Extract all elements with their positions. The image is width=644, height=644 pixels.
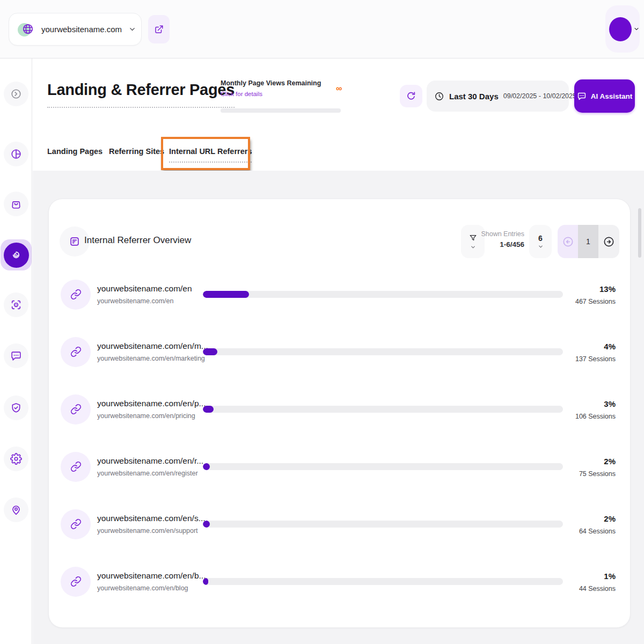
list-item[interactable]: yourwebsitename.com/en/m...yourwebsitena… <box>49 323 630 380</box>
referrer-title: yourwebsitename.com/en/s... <box>97 514 206 523</box>
usage-bar <box>203 578 563 585</box>
sidebar-item-feedback[interactable] <box>4 343 28 368</box>
sessions-value: 106 Sessions <box>575 412 616 420</box>
usage-bar <box>203 463 563 470</box>
external-link-icon <box>154 25 164 34</box>
clock-icon <box>434 91 444 101</box>
percent-value: 3% <box>575 399 616 408</box>
arrow-left-circle-icon <box>562 236 574 248</box>
page-header: Landing & Referrer Pages Monthly Page Vi… <box>33 58 644 171</box>
tab-internal-url-referrers[interactable]: Internal URL Referrers <box>169 147 252 163</box>
percent-value: 2% <box>579 456 616 465</box>
page-size-value: 6 <box>538 234 543 243</box>
sidebar-item-pages-active[interactable] <box>1 239 32 270</box>
user-menu[interactable] <box>605 5 640 53</box>
content-area: Internal Referrer Overview Shown Entries… <box>33 171 644 644</box>
ai-chat-icon <box>577 91 587 101</box>
sidebar-item-settings[interactable] <box>4 447 28 471</box>
usage-bar-fill <box>203 406 214 413</box>
referrer-url: yourwebsitename.com/en/blog <box>97 584 206 592</box>
avatar <box>609 17 632 41</box>
quota-progress-bar <box>221 108 341 113</box>
quota-infinity-value: ∞ <box>336 84 342 93</box>
pie-chart-icon <box>10 148 22 160</box>
current-page-indicator: 1 <box>578 225 598 258</box>
link-icon <box>61 394 91 425</box>
sidebar-item-locations[interactable] <box>4 497 28 522</box>
shown-entries-value: 1-6/456 <box>478 240 524 248</box>
list-item[interactable]: yourwebsitename.com/en/r...yourwebsitena… <box>49 438 630 495</box>
usage-bar-fill <box>203 578 208 585</box>
percent-value: 4% <box>575 341 616 350</box>
usage-bar <box>203 406 563 413</box>
site-selector[interactable]: yourwebsitename.com <box>9 13 142 46</box>
sidebar-expand-button[interactable] <box>4 82 28 106</box>
sessions-value: 467 Sessions <box>575 297 616 305</box>
chevron-down-icon <box>128 25 136 33</box>
referrer-url: yourwebsitename.com/en/register <box>97 470 203 477</box>
tab-referring-sites[interactable]: Referring Sites <box>109 147 164 156</box>
sessions-value: 75 Sessions <box>579 470 616 477</box>
refresh-icon <box>406 91 416 101</box>
funnel-icon <box>469 233 478 243</box>
referrer-title: yourwebsitename.com/en/p... <box>97 399 206 408</box>
referrer-list: yourwebsitename.com/enyourwebsitename.co… <box>49 266 630 610</box>
sessions-disc-icon <box>4 243 29 268</box>
list-item[interactable]: yourwebsitename.com/enyourwebsitename.co… <box>49 266 630 323</box>
list-item[interactable]: yourwebsitename.com/en/b...yourwebsitena… <box>49 553 630 610</box>
usage-bar <box>203 521 563 528</box>
arrow-right-circle-icon <box>603 236 615 248</box>
referrer-title: yourwebsitename.com/en/b... <box>97 571 206 581</box>
open-site-button[interactable] <box>148 15 170 43</box>
sidebar-item-ecommerce[interactable] <box>4 192 28 216</box>
referrer-title: yourwebsitename.com/en/r... <box>97 456 203 466</box>
refresh-button[interactable] <box>400 85 422 107</box>
page-size-select[interactable]: 6 <box>529 225 552 258</box>
scrollbar-thumb[interactable] <box>638 208 641 258</box>
sessions-value: 64 Sessions <box>579 527 616 535</box>
page-title: Landing & Referrer Pages <box>47 81 235 108</box>
sidebar-item-visitors[interactable] <box>4 292 28 317</box>
top-bar: yourwebsitename.com <box>0 0 644 58</box>
tab-landing-pages[interactable]: Landing Pages <box>47 147 103 156</box>
chevron-down-icon <box>633 26 640 32</box>
sidebar-item-dashboard[interactable] <box>4 142 28 166</box>
referrer-url: yourwebsitename.com/en <box>97 297 192 305</box>
pagination: 1 <box>558 225 619 258</box>
list-item[interactable]: yourwebsitename.com/en/s...yourwebsitena… <box>49 495 630 553</box>
usage-bar-fill <box>203 291 249 298</box>
link-icon <box>61 280 91 310</box>
quota-label: Monthly Page Views Remaining <box>221 79 349 87</box>
chevron-down-icon <box>470 244 476 250</box>
link-icon <box>61 509 91 539</box>
date-range-picker[interactable]: Last 30 Days 09/02/2025 - 10/02/2025 <box>427 80 569 112</box>
scan-target-icon <box>10 299 22 311</box>
referrer-url: yourwebsitename.com/en/pricing <box>97 412 206 420</box>
quota-details-link[interactable]: Click for details <box>221 91 349 97</box>
date-preset-label: Last 30 Days <box>449 92 499 101</box>
usage-bar-fill <box>203 521 210 528</box>
previous-page-button[interactable] <box>558 225 578 258</box>
percent-value: 2% <box>579 514 616 523</box>
map-pin-icon <box>10 504 22 516</box>
sidebar-nav <box>0 58 32 644</box>
percent-value: 13% <box>575 284 616 293</box>
site-selector-label: yourwebsitename.com <box>41 25 122 34</box>
sidebar-item-privacy[interactable] <box>4 396 28 420</box>
internal-referrer-card: Internal Referrer Overview Shown Entries… <box>48 199 631 628</box>
ai-assistant-button[interactable]: AI Assistant <box>574 79 635 113</box>
shield-check-icon <box>10 402 22 414</box>
link-icon <box>61 337 91 367</box>
referrer-url: yourwebsitename.com/en/support <box>97 527 206 535</box>
referrer-title: yourwebsitename.com/en <box>97 284 192 294</box>
card-header: Internal Referrer Overview Shown Entries… <box>49 225 630 258</box>
link-icon <box>61 452 91 482</box>
referrer-title: yourwebsitename.com/en/m... <box>97 341 208 351</box>
list-item[interactable]: yourwebsitename.com/en/p...yourwebsitena… <box>49 380 630 438</box>
percent-value: 1% <box>579 571 616 580</box>
sessions-value: 44 Sessions <box>579 584 616 592</box>
ai-assistant-label: AI Assistant <box>591 92 633 100</box>
link-icon <box>61 567 91 597</box>
next-page-button[interactable] <box>598 225 619 258</box>
app-root: yourwebsitename.com <box>0 0 644 644</box>
